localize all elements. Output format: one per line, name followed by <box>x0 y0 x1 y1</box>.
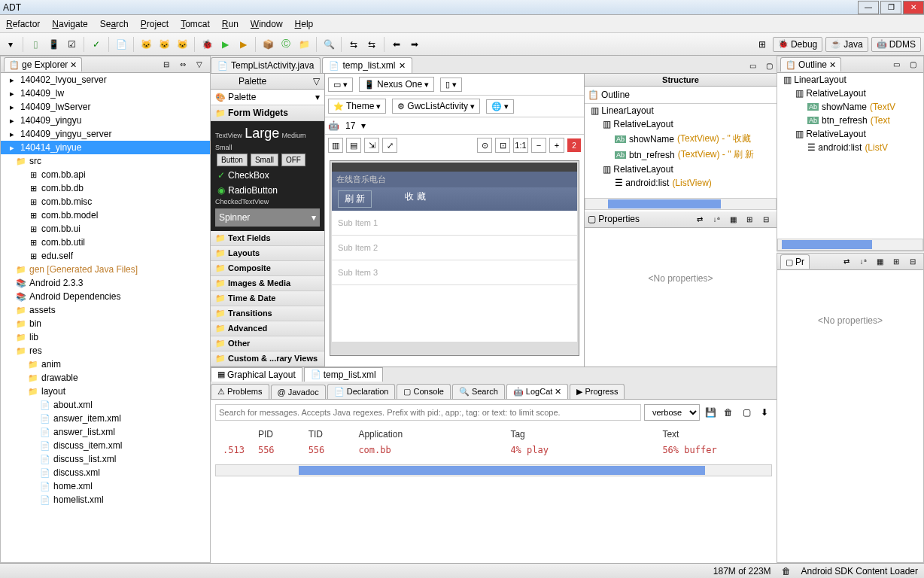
tree-item[interactable]: 📄discuss.xml <box>1 466 210 479</box>
tree-item[interactable]: 📄about.xml <box>1 398 210 412</box>
tree-item[interactable]: 📚Android 2.3.3 <box>1 276 210 290</box>
tree-item[interactable]: ⊞edu.self <box>1 249 210 263</box>
menu-project[interactable]: Project <box>141 19 169 29</box>
api-level[interactable]: 17 <box>345 120 355 131</box>
widget-toggle[interactable]: OFF <box>281 154 305 166</box>
tree-item[interactable]: ⊞com.bb.api <box>1 168 210 181</box>
tomcat-restart-icon[interactable]: 🐱 <box>175 37 190 52</box>
run-icon[interactable]: ▶ <box>217 37 233 52</box>
prop-sort-icon[interactable]: ↓ᵃ <box>709 211 724 227</box>
link-icon[interactable]: ⇔ <box>175 57 190 72</box>
run-ext-icon[interactable]: ▶ <box>236 37 251 52</box>
prop-icon3[interactable]: ▦ <box>725 211 740 227</box>
tree-item[interactable]: ▸140402_lvyou_server <box>1 73 210 87</box>
new-folder-icon[interactable]: 📁 <box>296 37 312 52</box>
bottom-tab-console[interactable]: ▢ Console <box>397 384 450 399</box>
tree-item[interactable]: ▸140409_yingyu <box>1 114 210 127</box>
outline-item[interactable]: ▥ RelativeLayout <box>777 127 923 141</box>
tree-item[interactable]: 📁gen [Generated Java Files] <box>1 263 210 276</box>
menu-refactor[interactable]: Refactor <box>6 19 40 29</box>
menu-search[interactable]: Search <box>100 19 129 29</box>
widget-checkedtv[interactable]: CheckedTextView <box>215 198 320 205</box>
minimize-view-icon[interactable]: ▭ <box>745 58 760 73</box>
scroll-lock-icon[interactable]: ▢ <box>739 405 754 420</box>
xml-source-tab[interactable]: 📄 temp_list.xml <box>304 367 383 382</box>
tree-item[interactable]: 📄discuss_list.xml <box>1 452 210 466</box>
outline-item[interactable]: ▥ RelativeLayout <box>585 117 777 131</box>
outline-item[interactable]: ▥ RelativeLayout <box>777 87 923 100</box>
ddms-perspective[interactable]: 🤖 DDMS <box>871 37 921 52</box>
tree-item[interactable]: 📄answer_list.xml <box>1 425 210 439</box>
layout-fit-icon[interactable]: ⇲ <box>364 138 379 153</box>
theme-dropdown[interactable]: ⭐ Theme ▾ <box>328 99 386 114</box>
menu-window[interactable]: Window <box>251 19 283 29</box>
palette-category[interactable]: 📁 Composite <box>211 261 324 276</box>
tree-item[interactable]: 📁src <box>1 154 210 168</box>
prop-add-icon[interactable]: ⊞ <box>742 211 757 227</box>
tree-item[interactable]: 📚Android Dependencies <box>1 290 210 303</box>
pr-add-icon[interactable]: ⊞ <box>889 254 904 269</box>
menu-run[interactable]: Run <box>222 19 239 29</box>
tree-item[interactable]: ▸140414_yinyue <box>1 141 210 154</box>
avd-icon[interactable]: 📱 <box>46 37 61 52</box>
prop-del-icon[interactable]: ⊟ <box>758 211 774 227</box>
palette-form-widgets[interactable]: 📁 Form Widgets <box>211 105 324 121</box>
outline-item[interactable]: Ab showName (TextV <box>777 100 923 114</box>
bottom-tab-search[interactable]: 🔍 Search <box>452 384 505 399</box>
tree-item[interactable]: 📁assets <box>1 303 210 317</box>
palette-category[interactable]: 📁 Custom & ...rary Views <box>211 351 324 367</box>
palette-dropdown[interactable]: Palette <box>228 92 256 102</box>
tomcat-stop-icon[interactable]: 🐱 <box>157 37 172 52</box>
outline-tree[interactable]: ▥ LinearLayout ▥ RelativeLayout Ab showN… <box>777 73 923 239</box>
close-button[interactable]: ✕ <box>903 1 924 14</box>
tree-item[interactable]: ⊞com.bb.misc <box>1 195 210 208</box>
logcat-table[interactable]: PID TID Application Tag Text .513 556 55… <box>215 425 772 458</box>
bottom-tab-progress[interactable]: ▶ Progress <box>570 384 625 399</box>
tree-item[interactable]: ⊞com.bb.ui <box>1 222 210 236</box>
open-perspective-icon[interactable]: ⊞ <box>755 37 770 52</box>
back-icon[interactable]: ⬅ <box>389 37 404 52</box>
outline-item[interactable]: ▥ LinearLayout <box>585 104 777 117</box>
structure-tree[interactable]: ▥ LinearLayout ▥ RelativeLayout Ab showN… <box>585 104 777 198</box>
outline-item[interactable]: Ab btn_refresh (Text <box>777 114 923 127</box>
zoom-reset-icon[interactable]: ⊙ <box>477 138 492 153</box>
search-icon[interactable]: 🔍 <box>321 37 336 52</box>
tree-item[interactable]: ⊞com.bb.db <box>1 181 210 195</box>
android-sdk-icon[interactable]: ▯ <box>28 37 43 52</box>
logcat-hscroll[interactable] <box>215 464 772 476</box>
palette-menu-icon[interactable]: ▽ <box>313 76 320 87</box>
widget-button[interactable]: Button <box>217 154 248 166</box>
locale-dropdown[interactable]: 🌐 ▾ <box>486 99 514 114</box>
menu-icon[interactable]: ▽ <box>192 57 207 72</box>
lint-warnings[interactable]: 2 <box>567 138 581 152</box>
pr-icon1[interactable]: ⇄ <box>839 254 854 269</box>
new-package-icon[interactable]: 📦 <box>260 37 275 52</box>
save-log-icon[interactable]: 💾 <box>703 405 718 420</box>
palette-category[interactable]: 📁 Time & Date <box>211 291 324 306</box>
trash-icon[interactable]: 🗑 <box>782 566 791 576</box>
maximize-view-icon[interactable]: ▢ <box>761 58 777 73</box>
zoom-in-icon[interactable]: + <box>549 138 564 153</box>
bottom-tab-logcat[interactable]: 🤖 LogCat ✕ <box>506 384 569 399</box>
outline-max-icon[interactable]: ▢ <box>905 57 920 72</box>
bottom-tab-declaration[interactable]: 📄 Declaration <box>327 384 396 399</box>
bottom-tab-problems[interactable]: ⚠ Problems <box>211 384 269 399</box>
editor-tab-xml[interactable]: 📄 temp_list.xml ✕ <box>322 57 412 73</box>
palette-category[interactable]: 📁 Other <box>211 336 324 351</box>
outline-item[interactable]: ▥ LinearLayout <box>777 73 923 87</box>
activity-dropdown[interactable]: ⚙ GwcListActivity ▾ <box>392 99 480 114</box>
maximize-button[interactable]: ❐ <box>880 1 901 14</box>
tree-item[interactable]: 📁anim <box>1 357 210 371</box>
tree-item[interactable]: 📁bin <box>1 317 210 330</box>
tb-icon[interactable]: ▾ <box>3 37 18 52</box>
outline-hscroll[interactable] <box>777 239 923 251</box>
menu-help[interactable]: Help <box>295 19 314 29</box>
java-perspective[interactable]: ☕ Java <box>825 37 868 52</box>
zoom-100-icon[interactable]: 1:1 <box>513 138 528 153</box>
package-explorer-tab[interactable]: 📋 ge Explorer ✕ <box>4 57 82 71</box>
lint-icon[interactable]: ☑ <box>64 37 79 52</box>
zoom-out-icon[interactable]: − <box>531 138 546 153</box>
outline-tab[interactable]: 📋 Outline ✕ <box>780 57 841 71</box>
new-icon[interactable]: 📄 <box>114 37 129 52</box>
new-class-icon[interactable]: Ⓒ <box>278 37 293 52</box>
